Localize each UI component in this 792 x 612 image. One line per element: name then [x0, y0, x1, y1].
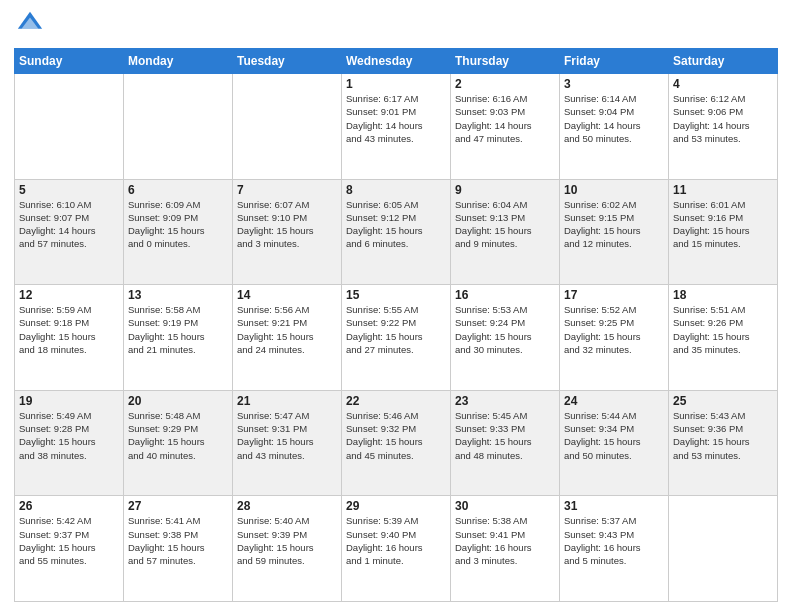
calendar-cell: 8Sunrise: 6:05 AMSunset: 9:12 PMDaylight…: [342, 179, 451, 285]
logo-icon: [16, 10, 44, 38]
day-info: Sunrise: 5:42 AMSunset: 9:37 PMDaylight:…: [19, 514, 119, 567]
day-number: 3: [564, 77, 664, 91]
calendar-cell: 5Sunrise: 6:10 AMSunset: 9:07 PMDaylight…: [15, 179, 124, 285]
calendar-cell: 30Sunrise: 5:38 AMSunset: 9:41 PMDayligh…: [451, 496, 560, 602]
day-info: Sunrise: 5:45 AMSunset: 9:33 PMDaylight:…: [455, 409, 555, 462]
day-number: 8: [346, 183, 446, 197]
calendar-cell: 11Sunrise: 6:01 AMSunset: 9:16 PMDayligh…: [669, 179, 778, 285]
calendar-cell: 20Sunrise: 5:48 AMSunset: 9:29 PMDayligh…: [124, 390, 233, 496]
day-info: Sunrise: 5:37 AMSunset: 9:43 PMDaylight:…: [564, 514, 664, 567]
day-number: 25: [673, 394, 773, 408]
calendar-cell: 22Sunrise: 5:46 AMSunset: 9:32 PMDayligh…: [342, 390, 451, 496]
day-info: Sunrise: 6:07 AMSunset: 9:10 PMDaylight:…: [237, 198, 337, 251]
day-info: Sunrise: 5:55 AMSunset: 9:22 PMDaylight:…: [346, 303, 446, 356]
day-info: Sunrise: 6:10 AMSunset: 9:07 PMDaylight:…: [19, 198, 119, 251]
day-info: Sunrise: 5:48 AMSunset: 9:29 PMDaylight:…: [128, 409, 228, 462]
calendar-cell: 25Sunrise: 5:43 AMSunset: 9:36 PMDayligh…: [669, 390, 778, 496]
calendar-cell: 29Sunrise: 5:39 AMSunset: 9:40 PMDayligh…: [342, 496, 451, 602]
day-number: 17: [564, 288, 664, 302]
header: [14, 10, 778, 42]
day-number: 14: [237, 288, 337, 302]
week-row-4: 19Sunrise: 5:49 AMSunset: 9:28 PMDayligh…: [15, 390, 778, 496]
day-info: Sunrise: 6:14 AMSunset: 9:04 PMDaylight:…: [564, 92, 664, 145]
day-info: Sunrise: 5:52 AMSunset: 9:25 PMDaylight:…: [564, 303, 664, 356]
day-number: 11: [673, 183, 773, 197]
day-info: Sunrise: 5:58 AMSunset: 9:19 PMDaylight:…: [128, 303, 228, 356]
calendar-cell: [15, 74, 124, 180]
week-row-3: 12Sunrise: 5:59 AMSunset: 9:18 PMDayligh…: [15, 285, 778, 391]
day-info: Sunrise: 6:01 AMSunset: 9:16 PMDaylight:…: [673, 198, 773, 251]
calendar-cell: [124, 74, 233, 180]
day-header-tuesday: Tuesday: [233, 49, 342, 74]
day-number: 2: [455, 77, 555, 91]
day-number: 18: [673, 288, 773, 302]
day-number: 9: [455, 183, 555, 197]
day-number: 19: [19, 394, 119, 408]
day-info: Sunrise: 5:46 AMSunset: 9:32 PMDaylight:…: [346, 409, 446, 462]
day-header-sunday: Sunday: [15, 49, 124, 74]
day-info: Sunrise: 5:39 AMSunset: 9:40 PMDaylight:…: [346, 514, 446, 567]
calendar-cell: 6Sunrise: 6:09 AMSunset: 9:09 PMDaylight…: [124, 179, 233, 285]
day-info: Sunrise: 5:41 AMSunset: 9:38 PMDaylight:…: [128, 514, 228, 567]
calendar-cell: 23Sunrise: 5:45 AMSunset: 9:33 PMDayligh…: [451, 390, 560, 496]
day-info: Sunrise: 6:04 AMSunset: 9:13 PMDaylight:…: [455, 198, 555, 251]
day-number: 31: [564, 499, 664, 513]
days-header-row: SundayMondayTuesdayWednesdayThursdayFrid…: [15, 49, 778, 74]
logo: [14, 10, 44, 42]
day-info: Sunrise: 5:49 AMSunset: 9:28 PMDaylight:…: [19, 409, 119, 462]
calendar-cell: 31Sunrise: 5:37 AMSunset: 9:43 PMDayligh…: [560, 496, 669, 602]
week-row-1: 1Sunrise: 6:17 AMSunset: 9:01 PMDaylight…: [15, 74, 778, 180]
day-number: 30: [455, 499, 555, 513]
day-number: 21: [237, 394, 337, 408]
day-number: 13: [128, 288, 228, 302]
calendar-cell: 28Sunrise: 5:40 AMSunset: 9:39 PMDayligh…: [233, 496, 342, 602]
day-info: Sunrise: 5:44 AMSunset: 9:34 PMDaylight:…: [564, 409, 664, 462]
day-number: 6: [128, 183, 228, 197]
calendar-cell: [233, 74, 342, 180]
calendar-cell: 24Sunrise: 5:44 AMSunset: 9:34 PMDayligh…: [560, 390, 669, 496]
calendar-cell: 10Sunrise: 6:02 AMSunset: 9:15 PMDayligh…: [560, 179, 669, 285]
day-info: Sunrise: 6:02 AMSunset: 9:15 PMDaylight:…: [564, 198, 664, 251]
day-info: Sunrise: 5:43 AMSunset: 9:36 PMDaylight:…: [673, 409, 773, 462]
day-info: Sunrise: 6:05 AMSunset: 9:12 PMDaylight:…: [346, 198, 446, 251]
day-number: 10: [564, 183, 664, 197]
day-number: 29: [346, 499, 446, 513]
calendar-body: 1Sunrise: 6:17 AMSunset: 9:01 PMDaylight…: [15, 74, 778, 602]
page: SundayMondayTuesdayWednesdayThursdayFrid…: [0, 0, 792, 612]
day-number: 1: [346, 77, 446, 91]
day-number: 26: [19, 499, 119, 513]
calendar-cell: [669, 496, 778, 602]
calendar-cell: 26Sunrise: 5:42 AMSunset: 9:37 PMDayligh…: [15, 496, 124, 602]
day-info: Sunrise: 5:51 AMSunset: 9:26 PMDaylight:…: [673, 303, 773, 356]
day-info: Sunrise: 5:56 AMSunset: 9:21 PMDaylight:…: [237, 303, 337, 356]
calendar-cell: 19Sunrise: 5:49 AMSunset: 9:28 PMDayligh…: [15, 390, 124, 496]
calendar-cell: 15Sunrise: 5:55 AMSunset: 9:22 PMDayligh…: [342, 285, 451, 391]
day-number: 16: [455, 288, 555, 302]
calendar-cell: 16Sunrise: 5:53 AMSunset: 9:24 PMDayligh…: [451, 285, 560, 391]
day-info: Sunrise: 6:17 AMSunset: 9:01 PMDaylight:…: [346, 92, 446, 145]
calendar-cell: 7Sunrise: 6:07 AMSunset: 9:10 PMDaylight…: [233, 179, 342, 285]
day-header-saturday: Saturday: [669, 49, 778, 74]
day-number: 28: [237, 499, 337, 513]
day-header-thursday: Thursday: [451, 49, 560, 74]
calendar-cell: 13Sunrise: 5:58 AMSunset: 9:19 PMDayligh…: [124, 285, 233, 391]
day-info: Sunrise: 5:53 AMSunset: 9:24 PMDaylight:…: [455, 303, 555, 356]
day-number: 24: [564, 394, 664, 408]
calendar-table: SundayMondayTuesdayWednesdayThursdayFrid…: [14, 48, 778, 602]
calendar-cell: 4Sunrise: 6:12 AMSunset: 9:06 PMDaylight…: [669, 74, 778, 180]
day-header-friday: Friday: [560, 49, 669, 74]
calendar-cell: 21Sunrise: 5:47 AMSunset: 9:31 PMDayligh…: [233, 390, 342, 496]
calendar-cell: 2Sunrise: 6:16 AMSunset: 9:03 PMDaylight…: [451, 74, 560, 180]
day-number: 23: [455, 394, 555, 408]
calendar-cell: 9Sunrise: 6:04 AMSunset: 9:13 PMDaylight…: [451, 179, 560, 285]
week-row-2: 5Sunrise: 6:10 AMSunset: 9:07 PMDaylight…: [15, 179, 778, 285]
day-number: 4: [673, 77, 773, 91]
day-info: Sunrise: 6:09 AMSunset: 9:09 PMDaylight:…: [128, 198, 228, 251]
calendar-cell: 27Sunrise: 5:41 AMSunset: 9:38 PMDayligh…: [124, 496, 233, 602]
calendar-cell: 1Sunrise: 6:17 AMSunset: 9:01 PMDaylight…: [342, 74, 451, 180]
calendar-cell: 18Sunrise: 5:51 AMSunset: 9:26 PMDayligh…: [669, 285, 778, 391]
day-number: 22: [346, 394, 446, 408]
day-number: 5: [19, 183, 119, 197]
day-number: 7: [237, 183, 337, 197]
day-info: Sunrise: 5:47 AMSunset: 9:31 PMDaylight:…: [237, 409, 337, 462]
